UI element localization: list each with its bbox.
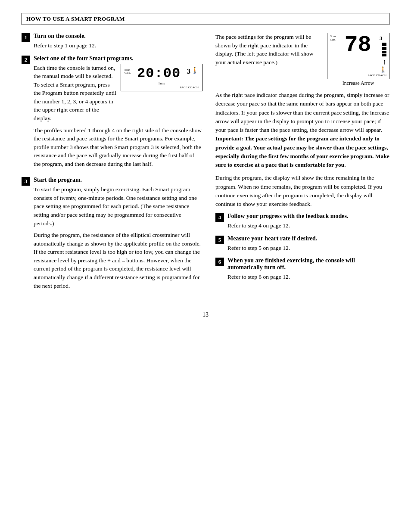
step-2-title: Select one of the four Smart programs. <box>34 55 202 62</box>
left-column: 1 Turn on the console. Refer to step 1 o… <box>22 33 202 299</box>
step-4-content: Follow your progress with the feedback m… <box>227 213 389 230</box>
pace-big-num: 78 <box>337 34 379 56</box>
step-1-num: 1 <box>22 33 30 42</box>
pace-widget-wrapper: ScanCals. 78 3 <box>327 33 389 87</box>
step-2-body-2: The profiles numbered 1 through 4 on the… <box>34 126 202 168</box>
bar-3 <box>382 47 386 50</box>
display-top: ScanCals. 20:00 3 🚶 <box>125 67 199 81</box>
right-column: The pace settings for the program will b… <box>215 33 389 299</box>
step-1-ref: Refer to step 1 on page 12. <box>34 41 202 50</box>
display-figure: 🚶 <box>191 67 199 74</box>
step-4-ref: Refer to step 4 on page 12. <box>227 221 389 230</box>
step-3-body-1: To start the program, simply begin exerc… <box>34 185 202 227</box>
display-scan-label: ScanCals. <box>125 68 131 75</box>
pace-label-bottom: PACE COACH <box>330 74 386 77</box>
right-body-1: As the right pace indicator changes duri… <box>215 91 389 169</box>
step-6-content: When you are finished exercising, the co… <box>227 257 389 281</box>
step-4-title: Follow your progress with the feedback m… <box>227 213 389 220</box>
step-5-ref: Refer to step 5 on page 12. <box>227 244 389 252</box>
bar-1 <box>382 54 386 56</box>
pace-figure: 🚶 <box>380 66 386 73</box>
step-2-body-1: Each time the console is turned on, the … <box>34 64 116 123</box>
page-number: 13 <box>22 311 389 318</box>
pace-right-side: 3 ↑ 🚶 <box>380 35 386 73</box>
pace-big-num-col: 78 <box>337 35 379 56</box>
step-6-ref: Refer to step 6 on page 12. <box>227 273 389 281</box>
step-3-content: Start the program. To start the program,… <box>34 177 202 293</box>
step-2-text: Each time the console is turned on, the … <box>34 64 116 126</box>
pace-bars <box>382 43 386 56</box>
display-widget: ScanCals. 20:00 3 🚶 Time PACE COACH <box>121 64 202 91</box>
page: HOW TO USE A SMART PROGRAM 1 Turn on the… <box>0 0 411 532</box>
step-6-title: When you are finished exercising, the co… <box>227 257 389 271</box>
step-4-num: 4 <box>215 213 224 222</box>
step-1: 1 Turn on the console. Refer to step 1 o… <box>22 33 202 50</box>
step-5: 5 Measure your heart rate if desired. Re… <box>215 235 389 252</box>
step-3: 3 Start the program. To start the progra… <box>22 177 202 293</box>
pace-top: ScanCals. 78 3 <box>330 35 386 73</box>
header-box: HOW TO USE A SMART PROGRAM <box>22 13 389 25</box>
step-6-num: 6 <box>215 258 224 266</box>
bar-4 <box>382 43 386 46</box>
right-body-2: During the program, the display will sho… <box>215 174 389 208</box>
pace-corner-num: 3 <box>380 35 383 42</box>
header-title: HOW TO USE A SMART PROGRAM <box>26 16 125 22</box>
important-text: Important: The pace settings for the pro… <box>215 135 389 168</box>
increase-arrow-label: Increase Arrow <box>327 80 389 87</box>
right-intro-text: The pace settings for the program will b… <box>215 33 321 87</box>
display-time-label: Time <box>125 81 199 85</box>
display-digits: 20:00 <box>131 67 186 81</box>
step-3-title: Start the program. <box>34 177 202 184</box>
pace-scan-label: ScanCals. <box>330 35 336 41</box>
two-col-layout: 1 Turn on the console. Refer to step 1 o… <box>22 33 389 299</box>
display-corner-num: 3 <box>187 68 190 75</box>
pace-widget: ScanCals. 78 3 <box>327 33 389 79</box>
display-pace-label: PACE COACH <box>125 86 199 89</box>
step-2-inner: Each time the console is turned on, the … <box>34 64 202 126</box>
step-3-body-2: During the program, the resistance of th… <box>34 231 202 290</box>
display-figure-col: 🚶 <box>191 67 199 75</box>
increase-arrow-symbol: ↑ <box>383 57 386 66</box>
step-2-widget: ScanCals. 20:00 3 🚶 Time PACE COACH <box>121 64 202 91</box>
step-5-title: Measure your heart rate if desired. <box>227 235 389 242</box>
step-5-num: 5 <box>215 236 224 244</box>
step-1-title: Turn on the console. <box>34 33 202 40</box>
step-2-content: Select one of the four Smart programs. E… <box>34 55 202 172</box>
step-2: 2 Select one of the four Smart programs.… <box>22 55 202 172</box>
step-2-num: 2 <box>22 56 30 64</box>
bar-2 <box>382 51 386 53</box>
step-3-num: 3 <box>22 177 30 186</box>
step-4: 4 Follow your progress with the feedback… <box>215 213 389 230</box>
step-6: 6 When you are finished exercising, the … <box>215 257 389 281</box>
right-top: The pace settings for the program will b… <box>215 33 389 87</box>
step-5-content: Measure your heart rate if desired. Refe… <box>227 235 389 252</box>
step-1-content: Turn on the console. Refer to step 1 on … <box>34 33 202 50</box>
